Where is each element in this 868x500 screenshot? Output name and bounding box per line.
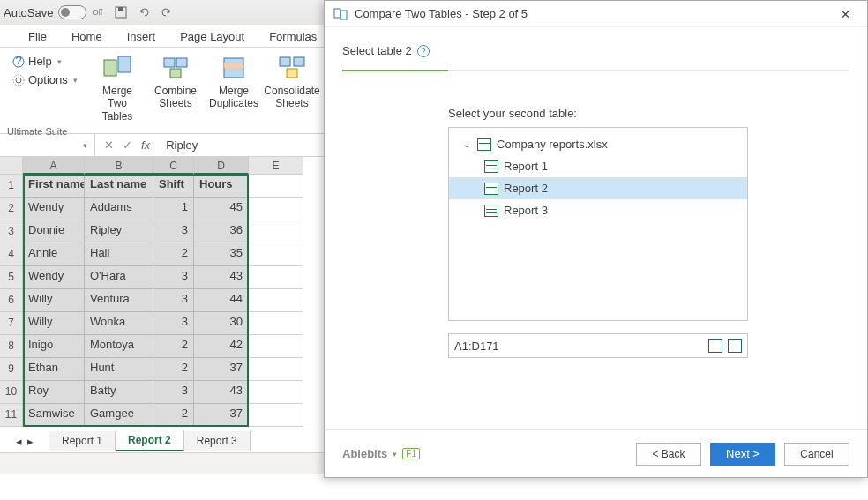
row-header-2[interactable]: 2 [0, 198, 23, 220]
table-cell[interactable]: Wonka [85, 312, 153, 335]
cancel-button[interactable]: Cancel [784, 443, 849, 466]
table-cell[interactable]: 3 [153, 289, 194, 312]
save-icon[interactable] [109, 1, 132, 24]
table-cell[interactable]: 43 [194, 266, 249, 289]
table-cell[interactable]: Samwise [23, 404, 85, 427]
table-cell[interactable]: Roy [23, 381, 85, 404]
table-cell[interactable]: 36 [194, 220, 249, 243]
row-header-4[interactable]: 4 [0, 243, 23, 266]
tree-report-row[interactable]: Report 1 [449, 155, 747, 177]
sheet-tab-report3[interactable]: Report 3 [184, 431, 251, 451]
empty-cell[interactable] [249, 198, 303, 220]
table-cell[interactable]: 1 [153, 198, 194, 220]
table-cell[interactable]: Ventura [85, 289, 153, 312]
table-cell[interactable]: Hall [85, 243, 153, 266]
table-cell[interactable]: Addams [85, 198, 153, 220]
table-tree[interactable]: ⌄ Company reports.xlsx Report 1Report 2R… [448, 127, 748, 321]
table-cell[interactable]: 37 [194, 404, 249, 427]
table-cell[interactable]: Gamgee [85, 404, 153, 427]
table-cell[interactable]: Willy [23, 312, 85, 335]
table-cell[interactable]: 3 [153, 220, 194, 243]
tab-page-layout[interactable]: Page Layout [169, 26, 255, 47]
empty-cell[interactable] [249, 358, 303, 381]
empty-cell[interactable] [249, 381, 303, 404]
undo-icon[interactable] [132, 1, 155, 24]
chevron-down-icon[interactable]: ▾ [393, 450, 397, 459]
table-header[interactable]: Last name [85, 175, 153, 198]
row-header-7[interactable]: 7 [0, 312, 23, 335]
merge-duplicates-button[interactable]: Merge Duplicates [206, 51, 261, 124]
table-cell[interactable]: 30 [194, 312, 249, 335]
empty-cell[interactable] [249, 220, 303, 243]
help-icon[interactable]: ? [417, 45, 430, 57]
row-header-5[interactable]: 5 [0, 266, 23, 289]
table-cell[interactable]: 45 [194, 198, 249, 220]
nav-prev-icon[interactable]: ◂ [16, 435, 22, 448]
table-cell[interactable]: Batty [85, 381, 153, 404]
f1-badge[interactable]: F1 [402, 448, 420, 459]
next-button[interactable]: Next > [710, 443, 775, 466]
combine-sheets-button[interactable]: Combine Sheets [148, 51, 203, 124]
fx-icon[interactable]: fx [141, 138, 150, 152]
column-header-C[interactable]: C [153, 157, 194, 175]
name-box[interactable]: ▾ [0, 134, 95, 156]
tree-report-row[interactable]: Report 2 [449, 177, 747, 199]
row-header-11[interactable]: 11 [0, 404, 23, 427]
empty-cell[interactable] [249, 243, 303, 266]
tab-formulas[interactable]: Formulas [258, 26, 327, 47]
column-header-E[interactable]: E [249, 157, 303, 175]
table-cell[interactable]: 2 [153, 358, 194, 381]
expand-range-icon[interactable] [708, 339, 722, 353]
empty-cell[interactable] [249, 175, 303, 198]
merge-two-tables-button[interactable]: Merge Two Tables [90, 51, 145, 124]
table-cell[interactable]: 2 [153, 335, 194, 358]
range-value[interactable]: A1:D171 [454, 340, 499, 353]
empty-cell[interactable] [249, 312, 303, 335]
table-header[interactable]: Shift [153, 175, 194, 198]
column-header-D[interactable]: D [194, 157, 249, 175]
row-header-9[interactable]: 9 [0, 358, 23, 381]
table-cell[interactable]: Inigo [23, 335, 85, 358]
tab-file[interactable]: File [18, 26, 57, 47]
table-cell[interactable]: 35 [194, 243, 249, 266]
column-header-B[interactable]: B [85, 157, 153, 175]
select-all-corner[interactable] [0, 157, 23, 175]
nav-next-icon[interactable]: ▸ [27, 435, 34, 448]
empty-cell[interactable] [249, 266, 303, 289]
empty-cell[interactable] [249, 404, 303, 427]
table-cell[interactable]: 43 [194, 381, 249, 404]
table-cell[interactable]: Ethan [23, 358, 85, 381]
column-header-A[interactable]: A [23, 157, 85, 175]
table-cell[interactable]: Willy [23, 289, 85, 312]
row-header-10[interactable]: 10 [0, 381, 23, 404]
row-header-6[interactable]: 6 [0, 289, 23, 312]
table-cell[interactable]: Montoya [85, 335, 153, 358]
table-cell[interactable]: 2 [153, 404, 194, 427]
row-header-3[interactable]: 3 [0, 220, 23, 243]
table-cell[interactable]: 37 [194, 358, 249, 381]
table-cell[interactable]: 3 [153, 312, 194, 335]
table-cell[interactable]: Ripley [85, 220, 153, 243]
tree-file-row[interactable]: ⌄ Company reports.xlsx [449, 133, 747, 155]
back-button[interactable]: < Back [636, 443, 701, 466]
table-cell[interactable]: Donnie [23, 220, 85, 243]
select-range-icon[interactable] [728, 339, 742, 353]
table-header[interactable]: First name [23, 175, 85, 198]
cancel-formula-icon[interactable]: ✕ [104, 138, 114, 152]
sheet-tab-report2[interactable]: Report 2 [116, 430, 184, 451]
consolidate-sheets-button[interactable]: Consolidate Sheets [265, 51, 319, 124]
table-cell[interactable]: O'Hara [85, 266, 153, 289]
tab-insert[interactable]: Insert [116, 26, 167, 47]
sheet-nav[interactable]: ◂▸ [16, 435, 34, 448]
table-cell[interactable]: 42 [194, 335, 249, 358]
sheet-tab-report1[interactable]: Report 1 [49, 431, 116, 451]
redo-icon[interactable] [155, 1, 178, 24]
table-cell[interactable]: Annie [23, 243, 85, 266]
table-cell[interactable]: Hunt [85, 358, 153, 381]
empty-cell[interactable] [249, 289, 303, 312]
empty-cell[interactable] [249, 335, 303, 358]
accept-formula-icon[interactable]: ✓ [123, 138, 132, 152]
row-header-8[interactable]: 8 [0, 335, 23, 358]
table-cell[interactable]: Wendy [23, 198, 85, 220]
tab-home[interactable]: Home [61, 26, 113, 47]
